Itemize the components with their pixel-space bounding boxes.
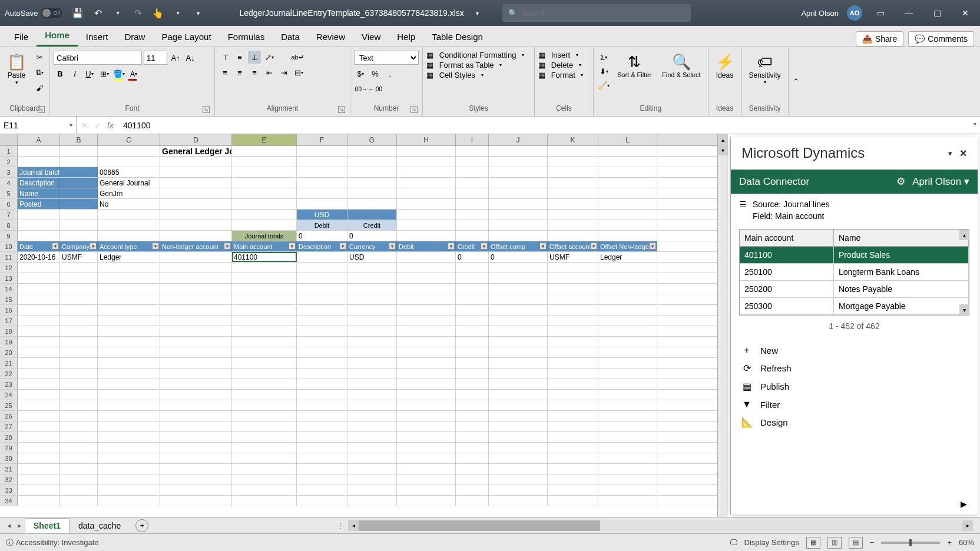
label-description[interactable]: Description <box>18 178 60 188</box>
cell[interactable] <box>598 474 657 484</box>
cancel-formula-icon[interactable]: ✕ <box>81 121 88 130</box>
cell[interactable] <box>18 263 60 273</box>
cell[interactable] <box>489 210 548 220</box>
cell[interactable] <box>598 305 657 315</box>
clear-icon[interactable]: 🧹▾ <box>597 79 610 92</box>
cell[interactable] <box>60 379 98 389</box>
cell[interactable] <box>297 294 347 304</box>
cell[interactable] <box>160 453 232 463</box>
sensitivity-button[interactable]: 🏷Sensitivity▾ <box>746 51 784 87</box>
cell[interactable] <box>60 284 98 294</box>
cell[interactable] <box>60 273 98 283</box>
table-header[interactable]: Non-ledger account▾ <box>160 241 232 251</box>
cell[interactable] <box>548 485 598 495</box>
percent-format-icon[interactable]: % <box>369 67 382 80</box>
font-dialog-icon[interactable]: ↘ <box>203 106 210 113</box>
cell[interactable] <box>347 379 397 389</box>
cell[interactable] <box>160 199 232 209</box>
cell[interactable] <box>160 263 232 273</box>
filter-dropdown-icon[interactable]: ▾ <box>448 243 455 250</box>
cell[interactable] <box>397 220 456 230</box>
cell[interactable] <box>489 453 548 463</box>
font-color-button[interactable]: A▾ <box>127 67 140 80</box>
cell[interactable] <box>98 337 160 347</box>
cell[interactable] <box>98 326 160 336</box>
cell-company[interactable]: USMF <box>60 252 98 262</box>
cell[interactable] <box>98 284 160 294</box>
cell[interactable] <box>18 157 60 167</box>
cell[interactable] <box>397 390 456 400</box>
pane-menu-icon[interactable]: ▾ <box>948 149 952 158</box>
cell[interactable] <box>347 432 397 442</box>
cell[interactable] <box>18 421 60 431</box>
borders-button[interactable]: ⊞▾ <box>98 67 111 80</box>
cell[interactable] <box>598 443 657 453</box>
cell[interactable] <box>397 474 456 484</box>
action-design[interactable]: 📐Design <box>739 413 969 431</box>
cell[interactable] <box>297 178 347 188</box>
col-header[interactable]: I <box>456 134 489 145</box>
zoom-out-icon[interactable]: − <box>870 538 875 547</box>
tab-page-layout[interactable]: Page Layout <box>153 27 219 47</box>
cell[interactable] <box>347 390 397 400</box>
cell[interactable] <box>347 369 397 379</box>
action-filter[interactable]: ▼Filter <box>739 396 969 413</box>
cell[interactable] <box>598 369 657 379</box>
cell[interactable] <box>98 443 160 453</box>
scroll-up-icon[interactable]: ▴ <box>959 230 969 240</box>
cell[interactable] <box>548 157 598 167</box>
cell[interactable] <box>456 263 489 273</box>
sheet-tab[interactable]: Sheet1 <box>25 518 69 533</box>
cell[interactable] <box>18 326 60 336</box>
action-refresh[interactable]: ⟳Refresh <box>739 359 969 377</box>
cell[interactable] <box>456 210 489 220</box>
row-header[interactable]: 22 <box>0 369 18 379</box>
cell-description[interactable] <box>297 252 347 262</box>
cell[interactable] <box>160 421 232 431</box>
cell[interactable] <box>232 157 297 167</box>
cell[interactable] <box>456 474 489 484</box>
table-header[interactable]: Offset comp▾ <box>489 241 548 251</box>
cell[interactable] <box>397 453 456 463</box>
cell[interactable] <box>160 411 232 421</box>
cell[interactable] <box>232 474 297 484</box>
cell[interactable] <box>456 358 489 368</box>
cell[interactable] <box>489 432 548 442</box>
cell[interactable] <box>347 305 397 315</box>
cell[interactable] <box>18 379 60 389</box>
wrap-text-icon[interactable]: ab↵ <box>291 51 304 64</box>
cell[interactable] <box>397 146 456 156</box>
row-header[interactable]: 6 <box>0 199 18 209</box>
cell[interactable] <box>347 284 397 294</box>
scroll-thumb[interactable] <box>359 520 600 531</box>
cell[interactable] <box>297 390 347 400</box>
cell[interactable] <box>397 337 456 347</box>
cell[interactable] <box>232 453 297 463</box>
lookup-row[interactable]: 250100Longterm Bank Loans <box>740 264 969 281</box>
cell[interactable] <box>598 157 657 167</box>
cell[interactable] <box>98 316 160 326</box>
cell[interactable] <box>347 464 397 474</box>
col-header[interactable]: F <box>297 134 347 145</box>
cell[interactable] <box>18 210 60 220</box>
cell[interactable] <box>18 231 60 241</box>
spreadsheet-grid[interactable]: A B C D E F G H I J K L 1General Ledger … <box>0 134 717 517</box>
cell[interactable] <box>60 316 98 326</box>
journal-totals-label[interactable]: Journal totals <box>232 231 297 241</box>
cell[interactable] <box>598 358 657 368</box>
cell[interactable] <box>397 411 456 421</box>
cell[interactable] <box>160 284 232 294</box>
cell[interactable] <box>489 146 548 156</box>
cell[interactable] <box>489 379 548 389</box>
cell[interactable] <box>456 220 489 230</box>
cell[interactable] <box>397 347 456 357</box>
ideas-button[interactable]: ⚡Ideas <box>712 51 738 82</box>
cell[interactable] <box>548 220 598 230</box>
cell[interactable] <box>598 263 657 273</box>
cell[interactable] <box>160 379 232 389</box>
cell[interactable] <box>456 390 489 400</box>
cell[interactable] <box>98 390 160 400</box>
display-settings-text[interactable]: Display Settings <box>744 538 799 547</box>
cell-credit[interactable]: 0 <box>456 252 489 262</box>
cell[interactable] <box>232 337 297 347</box>
